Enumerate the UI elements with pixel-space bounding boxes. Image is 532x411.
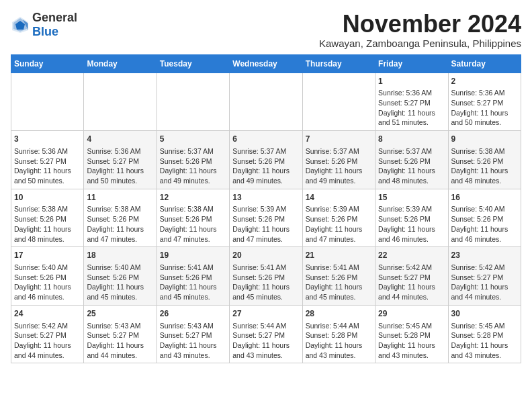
day-info: Daylight: 11 hours and 45 minutes. — [306, 282, 372, 302]
calendar-cell: 29Sunrise: 5:45 AMSunset: 5:28 PMDayligh… — [375, 305, 448, 363]
day-info: Sunrise: 5:41 AM — [232, 263, 299, 273]
calendar-cell: 22Sunrise: 5:42 AMSunset: 5:27 PMDayligh… — [375, 247, 448, 306]
day-info: Sunrise: 5:42 AM — [451, 263, 518, 273]
day-number: 22 — [378, 250, 445, 261]
day-info: Sunrise: 5:38 AM — [160, 204, 226, 214]
day-number: 2 — [451, 76, 518, 87]
day-info: Sunrise: 5:44 AM — [232, 321, 299, 331]
day-info: Daylight: 11 hours and 46 minutes. — [14, 282, 81, 302]
calendar-cell: 24Sunrise: 5:42 AMSunset: 5:27 PMDayligh… — [11, 305, 84, 363]
day-info: Sunset: 5:26 PM — [160, 214, 226, 224]
day-info: Daylight: 11 hours and 46 minutes. — [378, 224, 445, 244]
day-info: Sunrise: 5:36 AM — [378, 88, 445, 98]
calendar-cell: 23Sunrise: 5:42 AMSunset: 5:27 PMDayligh… — [448, 247, 521, 306]
day-number: 3 — [14, 134, 81, 145]
logo-text: General Blue — [32, 11, 77, 39]
day-info: Sunset: 5:26 PM — [232, 156, 299, 167]
calendar-cell: 10Sunrise: 5:38 AMSunset: 5:26 PMDayligh… — [11, 189, 84, 247]
day-info: Sunrise: 5:37 AM — [232, 146, 299, 156]
day-number: 17 — [14, 250, 81, 261]
calendar-cell: 20Sunrise: 5:41 AMSunset: 5:26 PMDayligh… — [230, 247, 302, 306]
day-number: 9 — [451, 134, 518, 145]
day-info: Daylight: 11 hours and 44 minutes. — [87, 340, 153, 360]
day-number: 28 — [306, 308, 372, 320]
logo: General Blue — [11, 11, 77, 39]
calendar-week-2: 3Sunrise: 5:36 AMSunset: 5:27 PMDaylight… — [11, 131, 521, 189]
day-number: 1 — [378, 76, 445, 87]
weekday-header-monday: Monday — [84, 54, 157, 73]
logo-icon — [11, 15, 30, 34]
day-info: Sunrise: 5:42 AM — [378, 263, 445, 273]
day-info: Sunset: 5:27 PM — [378, 273, 445, 283]
calendar-table: SundayMondayTuesdayWednesdayThursdayFrid… — [11, 54, 521, 364]
weekday-header-tuesday: Tuesday — [157, 54, 229, 73]
day-info: Daylight: 11 hours and 45 minutes. — [160, 282, 226, 302]
calendar-header: SundayMondayTuesdayWednesdayThursdayFrid… — [11, 54, 521, 73]
calendar-cell: 9Sunrise: 5:38 AMSunset: 5:26 PMDaylight… — [448, 131, 521, 189]
calendar-body: 1Sunrise: 5:36 AMSunset: 5:27 PMDaylight… — [11, 73, 521, 363]
day-info: Daylight: 11 hours and 48 minutes. — [378, 166, 445, 185]
day-info: Sunset: 5:26 PM — [306, 214, 372, 224]
day-number: 6 — [232, 134, 299, 145]
day-number: 14 — [306, 192, 372, 203]
month-year-title: November 2024 — [319, 11, 521, 38]
day-number: 24 — [14, 308, 81, 320]
calendar-cell: 5Sunrise: 5:37 AMSunset: 5:26 PMDaylight… — [157, 131, 229, 189]
day-number: 29 — [378, 308, 445, 320]
day-info: Daylight: 11 hours and 43 minutes. — [232, 340, 299, 360]
day-info: Daylight: 11 hours and 47 minutes. — [232, 224, 299, 244]
day-info: Sunrise: 5:39 AM — [232, 204, 299, 214]
day-number: 15 — [378, 192, 445, 203]
day-info: Sunrise: 5:41 AM — [306, 263, 372, 273]
calendar-cell: 1Sunrise: 5:36 AMSunset: 5:27 PMDaylight… — [375, 73, 448, 131]
day-info: Sunset: 5:27 PM — [232, 330, 299, 340]
logo-blue: Blue — [32, 25, 58, 38]
location-subtitle: Kawayan, Zamboanga Peninsula, Philippine… — [319, 38, 521, 49]
day-number: 21 — [306, 250, 372, 261]
calendar-cell: 8Sunrise: 5:37 AMSunset: 5:26 PMDaylight… — [375, 131, 448, 189]
calendar-cell: 27Sunrise: 5:44 AMSunset: 5:27 PMDayligh… — [230, 305, 302, 363]
calendar-cell — [230, 73, 302, 131]
day-info: Sunrise: 5:38 AM — [87, 204, 153, 214]
day-info: Sunset: 5:26 PM — [451, 156, 518, 167]
day-info: Sunset: 5:27 PM — [451, 273, 518, 283]
calendar-cell — [84, 73, 157, 131]
day-info: Sunrise: 5:41 AM — [160, 263, 226, 273]
day-info: Sunrise: 5:39 AM — [378, 204, 445, 214]
calendar-cell: 11Sunrise: 5:38 AMSunset: 5:26 PMDayligh… — [84, 189, 157, 247]
weekday-header-row: SundayMondayTuesdayWednesdayThursdayFrid… — [11, 54, 521, 73]
day-number: 16 — [451, 192, 518, 203]
day-info: Sunrise: 5:42 AM — [14, 321, 81, 331]
day-info: Sunrise: 5:37 AM — [378, 146, 445, 156]
logo-general: General — [32, 11, 77, 24]
day-info: Daylight: 11 hours and 43 minutes. — [451, 340, 518, 360]
calendar-cell: 15Sunrise: 5:39 AMSunset: 5:26 PMDayligh… — [375, 189, 448, 247]
day-info: Sunset: 5:26 PM — [232, 273, 299, 283]
day-info: Daylight: 11 hours and 43 minutes. — [378, 340, 445, 360]
day-info: Sunset: 5:27 PM — [451, 98, 518, 108]
calendar-cell: 26Sunrise: 5:43 AMSunset: 5:27 PMDayligh… — [157, 305, 229, 363]
day-number: 10 — [14, 192, 81, 203]
day-number: 7 — [306, 134, 372, 145]
day-info: Sunset: 5:27 PM — [14, 330, 81, 340]
day-info: Daylight: 11 hours and 48 minutes. — [451, 166, 518, 185]
day-info: Sunrise: 5:37 AM — [160, 146, 226, 156]
calendar-cell: 16Sunrise: 5:40 AMSunset: 5:26 PMDayligh… — [448, 189, 521, 247]
day-info: Sunrise: 5:45 AM — [378, 321, 445, 331]
weekday-header-thursday: Thursday — [302, 54, 375, 73]
day-info: Daylight: 11 hours and 44 minutes. — [14, 340, 81, 360]
day-info: Sunset: 5:27 PM — [87, 156, 153, 167]
day-info: Daylight: 11 hours and 44 minutes. — [451, 282, 518, 302]
day-info: Sunrise: 5:37 AM — [306, 146, 372, 156]
day-info: Sunset: 5:27 PM — [14, 156, 81, 167]
calendar-cell: 18Sunrise: 5:40 AMSunset: 5:26 PMDayligh… — [84, 247, 157, 306]
day-info: Daylight: 11 hours and 48 minutes. — [14, 224, 81, 244]
day-info: Daylight: 11 hours and 49 minutes. — [306, 166, 372, 185]
day-number: 18 — [87, 250, 153, 261]
calendar-cell: 28Sunrise: 5:44 AMSunset: 5:28 PMDayligh… — [302, 305, 375, 363]
day-info: Sunrise: 5:38 AM — [451, 146, 518, 156]
day-info: Daylight: 11 hours and 50 minutes. — [451, 108, 518, 128]
calendar-cell: 12Sunrise: 5:38 AMSunset: 5:26 PMDayligh… — [157, 189, 229, 247]
calendar-cell — [11, 73, 84, 131]
day-number: 11 — [87, 192, 153, 203]
